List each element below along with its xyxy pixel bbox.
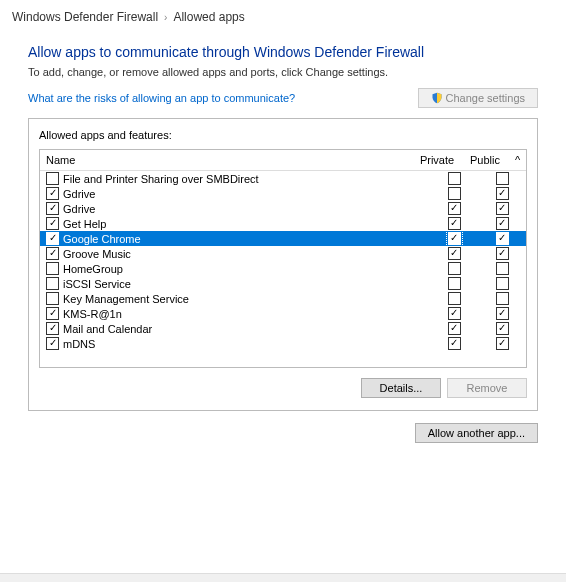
public-checkbox[interactable] [496,307,509,320]
public-checkbox[interactable] [496,337,509,350]
app-name-label: Get Help [63,218,106,230]
dialog-footer: OK Cancel [0,573,566,582]
app-name-label: Gdrive [63,203,95,215]
enabled-checkbox[interactable] [46,337,59,350]
chevron-right-icon: › [164,12,167,23]
public-checkbox[interactable] [496,232,509,245]
private-checkbox[interactable] [448,307,461,320]
public-checkbox[interactable] [496,277,509,290]
breadcrumb-current: Allowed apps [173,10,244,24]
table-row[interactable]: Mail and Calendar [40,321,526,336]
private-checkbox[interactable] [448,277,461,290]
allowed-apps-panel: Allowed apps and features: Name Private … [28,118,538,411]
app-name-label: Mail and Calendar [63,323,152,335]
private-checkbox[interactable] [448,292,461,305]
enabled-checkbox[interactable] [46,172,59,185]
breadcrumb-root[interactable]: Windows Defender Firewall [12,10,158,24]
enabled-checkbox[interactable] [46,307,59,320]
remove-button: Remove [447,378,527,398]
private-checkbox[interactable] [448,337,461,350]
column-name[interactable]: Name [40,150,413,170]
app-name-label: HomeGroup [63,263,123,275]
table-row[interactable]: Gdrive [40,201,526,216]
table-header: Name Private Public ^ [40,150,526,171]
table-row[interactable]: Groove Music [40,246,526,261]
enabled-checkbox[interactable] [46,292,59,305]
table-row[interactable]: Key Management Service [40,291,526,306]
table-row[interactable]: Google Chrome [40,231,526,246]
table-row[interactable]: Get Help [40,216,526,231]
allow-another-app-button[interactable]: Allow another app... [415,423,538,443]
public-checkbox[interactable] [496,322,509,335]
enabled-checkbox[interactable] [46,232,59,245]
enabled-checkbox[interactable] [46,187,59,200]
public-checkbox[interactable] [496,217,509,230]
app-name-label: File and Printer Sharing over SMBDirect [63,173,259,185]
private-checkbox[interactable] [448,202,461,215]
enabled-checkbox[interactable] [46,322,59,335]
shield-icon [431,92,443,104]
private-checkbox[interactable] [448,247,461,260]
private-checkbox[interactable] [448,187,461,200]
private-checkbox[interactable] [448,172,461,185]
public-checkbox[interactable] [496,202,509,215]
risk-link[interactable]: What are the risks of allowing an app to… [28,92,295,104]
page-title: Allow apps to communicate through Window… [28,44,538,60]
private-checkbox[interactable] [448,232,461,245]
private-checkbox[interactable] [448,262,461,275]
app-name-label: Groove Music [63,248,131,260]
table-body[interactable]: File and Printer Sharing over SMBDirectG… [40,171,526,367]
breadcrumb: Windows Defender Firewall › Allowed apps [0,0,566,34]
public-checkbox[interactable] [496,247,509,260]
enabled-checkbox[interactable] [46,202,59,215]
scroll-indicator-icon: ^ [509,150,526,170]
public-checkbox[interactable] [496,262,509,275]
table-row[interactable]: File and Printer Sharing over SMBDirect [40,171,526,186]
public-checkbox[interactable] [496,172,509,185]
page-subtext: To add, change, or remove allowed apps a… [28,66,538,78]
column-private[interactable]: Private [413,150,461,170]
public-checkbox[interactable] [496,187,509,200]
app-name-label: mDNS [63,338,95,350]
app-name-label: Key Management Service [63,293,189,305]
apps-table: Name Private Public ^ File and Printer S… [39,149,527,368]
private-checkbox[interactable] [448,217,461,230]
panel-title: Allowed apps and features: [39,129,527,141]
enabled-checkbox[interactable] [46,277,59,290]
enabled-checkbox[interactable] [46,262,59,275]
public-checkbox[interactable] [496,292,509,305]
app-name-label: iSCSI Service [63,278,131,290]
change-settings-button[interactable]: Change settings [418,88,539,108]
table-row[interactable]: KMS-R@1n [40,306,526,321]
table-row[interactable]: iSCSI Service [40,276,526,291]
table-row[interactable]: HomeGroup [40,261,526,276]
table-row[interactable]: mDNS [40,336,526,351]
app-name-label: KMS-R@1n [63,308,122,320]
details-button[interactable]: Details... [361,378,441,398]
private-checkbox[interactable] [448,322,461,335]
column-public[interactable]: Public [461,150,509,170]
enabled-checkbox[interactable] [46,247,59,260]
enabled-checkbox[interactable] [46,217,59,230]
app-name-label: Google Chrome [63,233,141,245]
table-row[interactable]: Gdrive [40,186,526,201]
app-name-label: Gdrive [63,188,95,200]
